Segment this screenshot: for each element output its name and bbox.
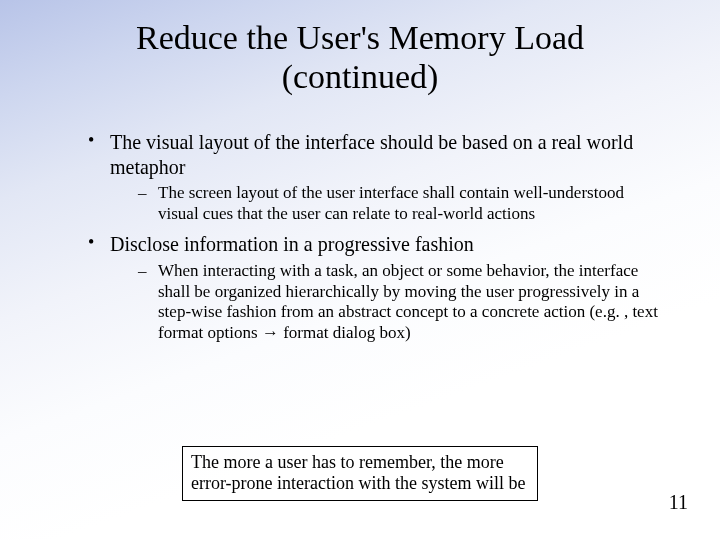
bullet-item: The visual layout of the interface shoul… (88, 130, 660, 224)
bullet-text: Disclose information in a progressive fa… (110, 233, 474, 255)
bullet-item: Disclose information in a progressive fa… (88, 232, 660, 343)
sub-bullet-list: When interacting with a task, an object … (110, 261, 660, 344)
slide: Reduce the User's Memory Load (continued… (0, 0, 720, 540)
callout-text: The more a user has to remember, the mor… (191, 452, 526, 493)
page-number: 11 (669, 491, 688, 514)
bullet-text: The visual layout of the interface shoul… (110, 131, 633, 177)
callout-box: The more a user has to remember, the mor… (182, 446, 538, 501)
sub-bullet-text: The screen layout of the user interface … (158, 183, 624, 223)
sub-bullet-text: When interacting with a task, an object … (158, 261, 658, 342)
sub-bullet-item: The screen layout of the user interface … (138, 183, 660, 224)
bullet-list: The visual layout of the interface shoul… (60, 130, 660, 344)
sub-bullet-item: When interacting with a task, an object … (138, 261, 660, 344)
slide-title: Reduce the User's Memory Load (continued… (60, 18, 660, 96)
sub-bullet-list: The screen layout of the user interface … (110, 183, 660, 224)
